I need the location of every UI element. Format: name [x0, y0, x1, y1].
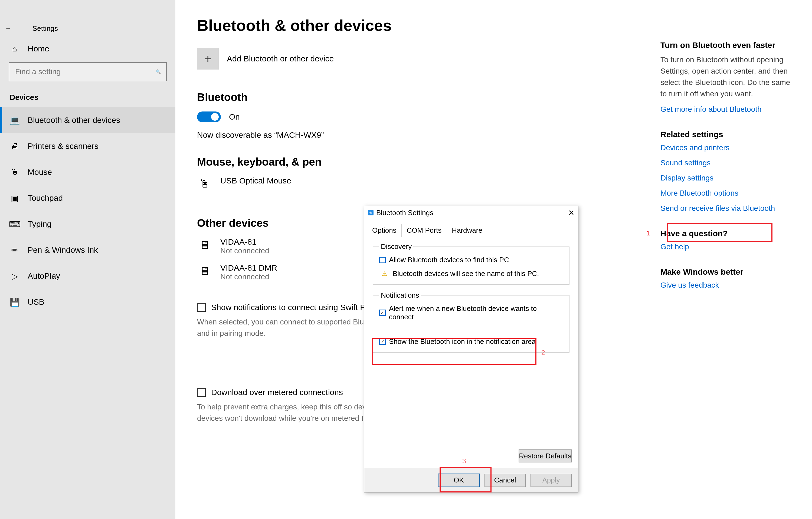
- link-get-help[interactable]: Get help: [661, 242, 790, 251]
- screen-device-icon: 🖥: [197, 237, 212, 251]
- home-icon: ⌂: [10, 44, 20, 53]
- swift-pair-checkbox[interactable]: [197, 303, 206, 312]
- search-input[interactable]: [14, 67, 156, 76]
- link-sound-settings[interactable]: Sound settings: [661, 159, 790, 167]
- link-more-bluetooth-info[interactable]: Get more info about Bluetooth: [661, 105, 790, 114]
- dialog-button-row: OK Cancel Apply: [364, 468, 578, 492]
- nav-label: Pen & Windows Ink: [28, 245, 98, 255]
- link-display-settings[interactable]: Display settings: [661, 174, 790, 182]
- tab-hardware[interactable]: Hardware: [446, 224, 488, 237]
- device-name: USB Optical Mouse: [220, 176, 291, 185]
- back-button[interactable]: ←: [0, 25, 16, 32]
- allow-discovery-label: Allow Bluetooth devices to find this PC: [389, 256, 509, 264]
- device-status: Not connected: [220, 273, 277, 281]
- link-devices-printers[interactable]: Devices and printers: [661, 144, 790, 152]
- touchpad-icon: ▣: [10, 193, 20, 203]
- dialog-close-button[interactable]: ✕: [568, 208, 574, 217]
- pen-icon: ✏: [10, 245, 20, 255]
- metered-checkbox[interactable]: [197, 388, 206, 397]
- bluetooth-devices-icon: 💻: [10, 116, 20, 125]
- restore-defaults-button[interactable]: Restore Defaults: [519, 450, 572, 462]
- nav-home-label: Home: [28, 44, 49, 53]
- dialog-title: Bluetooth Settings: [376, 209, 433, 217]
- dialog-titlebar[interactable]: ✯ Bluetooth Settings ✕: [364, 206, 578, 219]
- bluetooth-settings-dialog: ✯ Bluetooth Settings ✕ Options COM Ports…: [364, 206, 578, 492]
- nav-bluetooth-devices[interactable]: 💻 Bluetooth & other devices: [0, 107, 175, 133]
- device-name: VIDAA-81: [220, 237, 269, 246]
- usb-icon: 💾: [10, 297, 20, 307]
- nav-typing[interactable]: ⌨ Typing: [0, 211, 175, 237]
- nav-label: USB: [28, 297, 45, 307]
- tab-options[interactable]: Options: [367, 224, 402, 237]
- bluetooth-toggle-state: On: [229, 112, 240, 122]
- discovery-warning-text: Bluetooth devices will see the name of t…: [393, 270, 539, 278]
- discovery-legend: Discovery: [379, 242, 413, 251]
- keyboard-icon: ⌨: [10, 219, 20, 229]
- nav-autoplay[interactable]: ▷ AutoPlay: [0, 263, 175, 289]
- notifications-legend: Notifications: [379, 291, 421, 300]
- question-title: Have a question?: [661, 229, 790, 238]
- notifications-fieldset: Notifications Alert me when a new Blueto…: [373, 291, 570, 353]
- add-device-label: Add Bluetooth or other device: [227, 54, 334, 63]
- discovery-fieldset: Discovery Allow Bluetooth devices to fin…: [373, 242, 570, 285]
- warning-icon: ⚠: [382, 270, 387, 277]
- nav-label: Printers & scanners: [28, 142, 98, 151]
- page-title: Bluetooth & other devices: [197, 16, 790, 34]
- mouse-device-icon: 🖱: [197, 176, 212, 190]
- bluetooth-toggle[interactable]: [197, 112, 221, 122]
- tip-body: To turn on Bluetooth without opening Set…: [661, 54, 790, 99]
- metered-label: Download over metered connections: [211, 388, 343, 397]
- show-bluetooth-icon-label: Show the Bluetooth icon in the notificat…: [389, 337, 535, 346]
- mouse-icon: 🖱: [10, 167, 20, 177]
- nav-printers[interactable]: 🖨 Printers & scanners: [0, 133, 175, 159]
- category-header: Devices: [0, 88, 175, 107]
- tab-com-ports[interactable]: COM Ports: [402, 224, 447, 237]
- show-bluetooth-icon-checkbox[interactable]: [379, 338, 386, 345]
- alert-new-device-checkbox[interactable]: [379, 310, 386, 316]
- link-give-feedback[interactable]: Give us feedback: [661, 281, 790, 289]
- search-field[interactable]: 🔍: [9, 62, 167, 81]
- plus-icon: +: [197, 48, 219, 69]
- ok-button[interactable]: OK: [438, 474, 480, 487]
- dialog-body: Discovery Allow Bluetooth devices to fin…: [364, 237, 578, 471]
- nav-pen[interactable]: ✏ Pen & Windows Ink: [0, 237, 175, 263]
- nav-mouse[interactable]: 🖱 Mouse: [0, 159, 175, 185]
- cancel-button[interactable]: Cancel: [485, 474, 526, 487]
- related-title: Related settings: [661, 130, 790, 139]
- settings-aside: Turn on Bluetooth even faster To turn on…: [661, 40, 790, 296]
- nav-usb[interactable]: 💾 USB: [0, 289, 175, 315]
- device-status: Not connected: [220, 246, 269, 255]
- nav-label: Mouse: [28, 167, 52, 177]
- feedback-title: Make Windows better: [661, 267, 790, 277]
- alert-new-device-label: Alert me when a new Bluetooth device wan…: [389, 304, 563, 321]
- nav-label: Typing: [28, 219, 52, 228]
- device-name: VIDAA-81 DMR: [220, 263, 277, 273]
- settings-sidebar: ← Settings ⌂ Home 🔍 Devices 💻 Bluetooth …: [0, 0, 175, 519]
- nav-home[interactable]: ⌂ Home: [0, 38, 175, 60]
- bluetooth-icon: ✯: [368, 210, 374, 215]
- autoplay-icon: ▷: [10, 271, 20, 281]
- nav-label: AutoPlay: [28, 271, 60, 281]
- nav-touchpad[interactable]: ▣ Touchpad: [0, 185, 175, 211]
- dialog-tabs: Options COM Ports Hardware: [364, 219, 578, 237]
- printer-icon: 🖨: [10, 142, 20, 151]
- screen-device-icon: 🖥: [197, 263, 212, 277]
- swift-pair-label: Show notifications to connect using Swif…: [211, 303, 375, 312]
- tip-title: Turn on Bluetooth even faster: [661, 40, 790, 50]
- nav-label: Bluetooth & other devices: [28, 116, 120, 125]
- allow-discovery-checkbox[interactable]: [379, 257, 386, 263]
- apply-button[interactable]: Apply: [530, 474, 572, 487]
- link-more-bluetooth-options[interactable]: More Bluetooth options: [661, 189, 790, 197]
- window-title: Settings: [16, 24, 58, 33]
- search-icon: 🔍: [156, 69, 161, 74]
- nav-label: Touchpad: [28, 193, 63, 203]
- link-send-receive-files[interactable]: Send or receive files via Bluetooth: [661, 204, 790, 213]
